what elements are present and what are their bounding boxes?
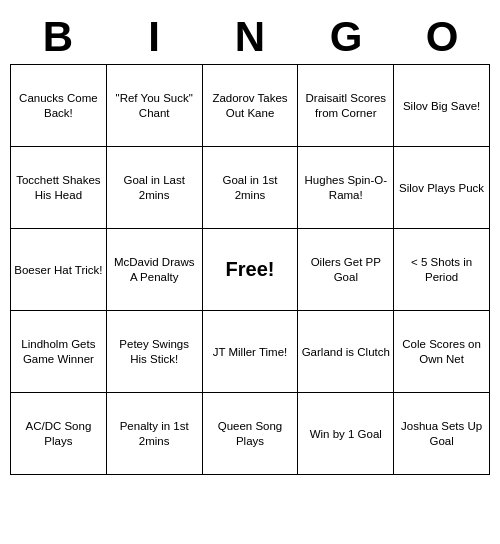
bingo-cell-12[interactable]: Free! <box>203 229 299 311</box>
bingo-cell-2[interactable]: Zadorov Takes Out Kane <box>203 65 299 147</box>
bingo-cell-text-4: Silov Big Save! <box>403 99 480 113</box>
bingo-cell-5[interactable]: Tocchett Shakes His Head <box>11 147 107 229</box>
bingo-cell-text-24: Joshua Sets Up Goal <box>397 419 486 448</box>
bingo-cell-text-11: McDavid Draws A Penalty <box>110 255 199 284</box>
bingo-cell-9[interactable]: Silov Plays Puck <box>394 147 490 229</box>
bingo-cell-text-2: Zadorov Takes Out Kane <box>206 91 295 120</box>
bingo-cell-21[interactable]: Penalty in 1st 2mins <box>107 393 203 475</box>
bingo-cell-text-10: Boeser Hat Trick! <box>14 263 102 277</box>
bingo-cell-text-13: Oilers Get PP Goal <box>301 255 390 284</box>
bingo-cell-1[interactable]: "Ref You Suck" Chant <box>107 65 203 147</box>
bingo-header: BINGO <box>10 10 490 64</box>
bingo-cell-text-7: Goal in 1st 2mins <box>206 173 295 202</box>
bingo-card: BINGO Canucks Come Back!"Ref You Suck" C… <box>10 10 490 475</box>
bingo-cell-18[interactable]: Garland is Clutch <box>298 311 394 393</box>
bingo-cell-4[interactable]: Silov Big Save! <box>394 65 490 147</box>
bingo-cell-text-21: Penalty in 1st 2mins <box>110 419 199 448</box>
header-letter-g: G <box>298 10 394 64</box>
bingo-cell-text-23: Win by 1 Goal <box>310 427 382 441</box>
bingo-cell-16[interactable]: Petey Swings His Stick! <box>107 311 203 393</box>
bingo-cell-text-22: Queen Song Plays <box>206 419 295 448</box>
bingo-cell-13[interactable]: Oilers Get PP Goal <box>298 229 394 311</box>
bingo-cell-17[interactable]: JT Miller Time! <box>203 311 299 393</box>
bingo-cell-text-1: "Ref You Suck" Chant <box>110 91 199 120</box>
bingo-cell-15[interactable]: Lindholm Gets Game Winner <box>11 311 107 393</box>
bingo-grid: Canucks Come Back!"Ref You Suck" ChantZa… <box>10 64 490 475</box>
bingo-cell-7[interactable]: Goal in 1st 2mins <box>203 147 299 229</box>
bingo-cell-text-6: Goal in Last 2mins <box>110 173 199 202</box>
bingo-cell-text-20: AC/DC Song Plays <box>14 419 103 448</box>
bingo-cell-text-16: Petey Swings His Stick! <box>110 337 199 366</box>
bingo-cell-14[interactable]: < 5 Shots in Period <box>394 229 490 311</box>
bingo-cell-23[interactable]: Win by 1 Goal <box>298 393 394 475</box>
bingo-cell-text-18: Garland is Clutch <box>302 345 390 359</box>
bingo-cell-0[interactable]: Canucks Come Back! <box>11 65 107 147</box>
bingo-cell-text-17: JT Miller Time! <box>213 345 288 359</box>
bingo-cell-20[interactable]: AC/DC Song Plays <box>11 393 107 475</box>
bingo-cell-11[interactable]: McDavid Draws A Penalty <box>107 229 203 311</box>
bingo-cell-text-9: Silov Plays Puck <box>399 181 484 195</box>
header-letter-b: B <box>10 10 106 64</box>
bingo-cell-text-3: Draisaitl Scores from Corner <box>301 91 390 120</box>
bingo-cell-text-8: Hughes Spin-O-Rama! <box>301 173 390 202</box>
bingo-cell-6[interactable]: Goal in Last 2mins <box>107 147 203 229</box>
bingo-cell-8[interactable]: Hughes Spin-O-Rama! <box>298 147 394 229</box>
bingo-cell-24[interactable]: Joshua Sets Up Goal <box>394 393 490 475</box>
bingo-cell-text-12: Free! <box>226 257 275 282</box>
header-letter-o: O <box>394 10 490 64</box>
bingo-cell-text-15: Lindholm Gets Game Winner <box>14 337 103 366</box>
bingo-cell-3[interactable]: Draisaitl Scores from Corner <box>298 65 394 147</box>
bingo-cell-text-14: < 5 Shots in Period <box>397 255 486 284</box>
bingo-cell-19[interactable]: Cole Scores on Own Net <box>394 311 490 393</box>
bingo-cell-22[interactable]: Queen Song Plays <box>203 393 299 475</box>
bingo-cell-10[interactable]: Boeser Hat Trick! <box>11 229 107 311</box>
bingo-cell-text-0: Canucks Come Back! <box>14 91 103 120</box>
header-letter-n: N <box>202 10 298 64</box>
bingo-cell-text-19: Cole Scores on Own Net <box>397 337 486 366</box>
bingo-cell-text-5: Tocchett Shakes His Head <box>14 173 103 202</box>
header-letter-i: I <box>106 10 202 64</box>
